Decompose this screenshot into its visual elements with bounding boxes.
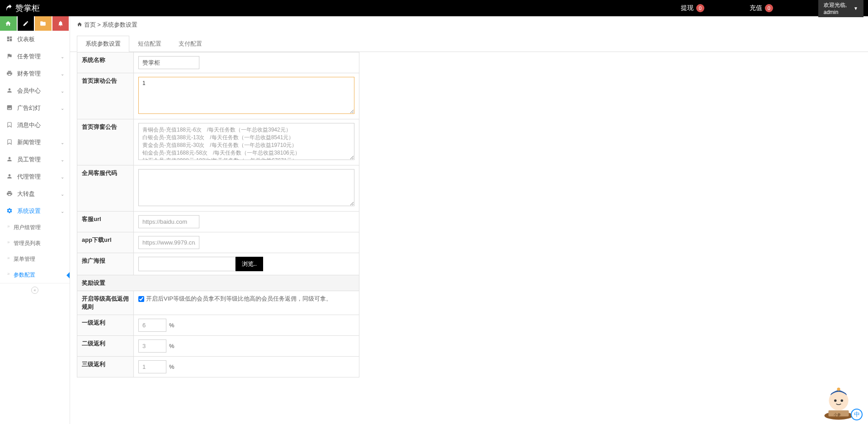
flag-icon [5,53,14,61]
image-icon [5,104,14,112]
chevron-down-icon: ⌄ [61,209,64,214]
rebate3-label: 三级返利 [77,357,134,377]
breadcrumb-current: 系统参数设置 [102,21,137,28]
folder-button[interactable] [35,16,52,31]
rebate2-input[interactable] [138,339,166,353]
sidebar-item-label: 代理管理 [17,173,61,181]
chevron-down-icon: ⌄ [61,71,64,76]
gear-icon [5,207,14,215]
sub-nav-item-1[interactable]: 管理员列表 [0,236,70,251]
reward-header: 奖励设置 [77,275,359,291]
ime-badge[interactable]: 中 [851,409,863,420]
withdraw-link[interactable]: 提现 0 [681,4,704,12]
sidebar-item-label: 系统设置 [17,207,61,215]
scroll-notice-textarea[interactable] [138,77,354,114]
poster-label: 推广海报 [77,253,134,275]
username-label: admin [824,9,847,15]
cs-url-input[interactable] [138,215,199,228]
tab-0[interactable]: 系统参数设置 [77,36,129,52]
system-name-label: 系统名称 [77,52,134,73]
brand-label: 赞掌柜 [15,3,40,14]
sidebar-item-5[interactable]: 消息中心 [0,117,70,134]
popup-notice-label: 首页弹窗公告 [77,119,134,165]
poster-path-input[interactable] [138,257,236,271]
breadcrumb: 首页 > 系统参数设置 [70,16,868,33]
user-icon [5,87,14,95]
withdraw-label: 提现 [681,4,693,12]
sidebar-item-label: 财务管理 [17,70,61,78]
global-cs-textarea[interactable] [138,169,354,206]
sub-nav-item-0[interactable]: 用户组管理 [0,220,70,236]
tab-1[interactable]: 短信配置 [129,36,170,52]
rebate1-label: 一级返利 [77,315,134,336]
rule-help: 开启后VIP等级低的会员拿不到等级比他高的会员任务返佣，同级可拿。 [146,295,332,303]
dashboard-icon [5,36,14,43]
user-icon [5,156,14,164]
breadcrumb-home[interactable]: 首页 [84,21,96,28]
sidebar-item-2[interactable]: 财务管理⌄ [0,65,70,82]
app-url-label: app下载url [77,232,134,253]
popup-notice-textarea[interactable] [138,123,354,160]
chevron-down-icon: ⌄ [61,174,64,179]
cs-url-label: 客服url [77,212,134,232]
recharge-badge: 0 [765,4,773,12]
home-icon [77,21,84,28]
sidebar-item-label: 新闻管理 [17,138,61,146]
brand[interactable]: 赞掌柜 [5,3,40,14]
svg-point-3 [837,387,840,391]
sidebar-item-label: 消息中心 [17,121,64,129]
chevron-down-icon: ⌄ [61,157,64,162]
bell-button[interactable] [52,16,69,31]
sidebar-item-3[interactable]: 会员中心⌄ [0,82,70,99]
browse-button[interactable]: 浏览.. [236,257,263,271]
edit-button[interactable] [18,16,34,31]
sidebar-item-4[interactable]: 广告幻灯⌄ [0,99,70,117]
collapse-sidebar-button[interactable]: « [0,283,70,297]
sidebar-item-1[interactable]: 任务管理⌄ [0,48,70,65]
app-url-input[interactable] [138,236,199,249]
pct-label: % [169,343,175,349]
sidebar-item-8[interactable]: 代理管理⌄ [0,168,70,185]
rebate3-input[interactable] [138,360,166,373]
bookmark-icon [5,122,14,129]
sidebar-item-label: 大转盘 [17,190,61,198]
rebate1-input[interactable] [138,319,166,332]
chevron-left-icon: « [31,287,38,294]
caret-down-icon: ▼ [854,6,858,11]
pct-label: % [169,322,175,329]
user-menu[interactable]: 欢迎光临, admin ▼ [818,0,863,17]
chevron-down-icon: ⌄ [61,54,64,59]
print-icon [5,70,14,78]
sidebar-item-label: 广告幻灯 [17,104,61,112]
welcome-label: 欢迎光临, [824,1,847,9]
chevron-down-icon: ⌄ [61,140,64,145]
user-icon [5,173,14,181]
sidebar-item-7[interactable]: 员工管理⌄ [0,151,70,168]
sub-nav-item-2[interactable]: 菜单管理 [0,251,70,267]
sidebar-item-label: 仪表板 [17,35,64,43]
leaf-icon [5,3,13,14]
chevron-down-icon: ⌄ [61,192,64,197]
rebate2-label: 二级返利 [77,336,134,357]
tab-2[interactable]: 支付配置 [170,36,211,52]
recharge-label: 充值 [750,4,762,12]
sub-nav-item-3[interactable]: 参数配置 [0,267,70,283]
withdraw-badge: 0 [696,4,704,12]
chevron-down-icon: ⌄ [61,106,64,111]
system-name-input[interactable] [138,56,199,69]
sidebar-item-10[interactable]: 系统设置⌄ [0,203,70,220]
rule-checkbox[interactable] [138,296,144,302]
home-button[interactable] [0,16,17,31]
svg-point-4 [834,400,836,402]
scroll-notice-label: 首页滚动公告 [77,73,134,119]
pct-label: % [169,363,175,370]
sidebar-item-6[interactable]: 新闻管理⌄ [0,134,70,151]
sidebar-item-label: 员工管理 [17,155,61,164]
global-cs-label: 全局客服代码 [77,165,134,212]
sidebar-item-0[interactable]: 仪表板 [0,31,70,48]
sidebar-item-9[interactable]: 大转盘⌄ [0,185,70,203]
recharge-link[interactable]: 充值 0 [750,4,773,12]
svg-point-5 [841,400,843,402]
print-icon [5,190,14,198]
breadcrumb-sep: > [97,21,101,28]
